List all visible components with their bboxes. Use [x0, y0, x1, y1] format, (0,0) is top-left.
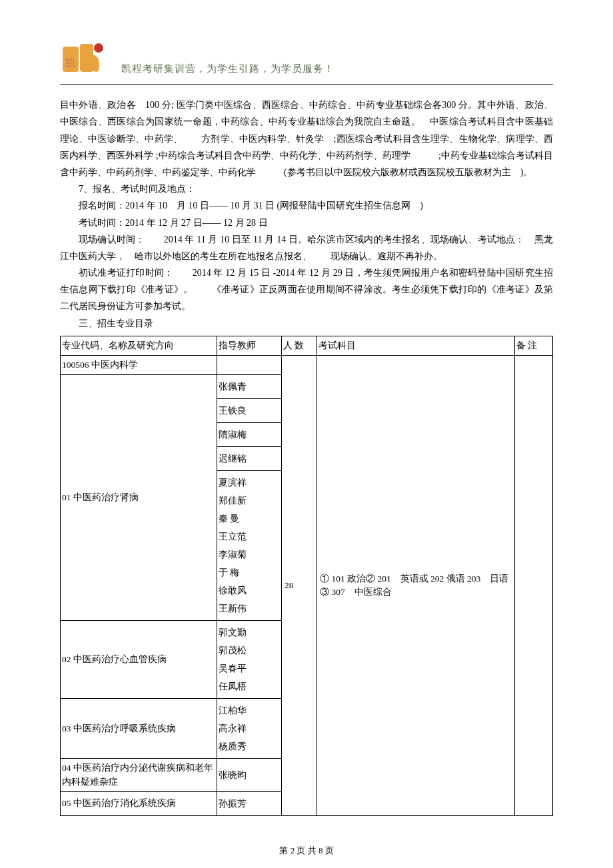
teacher-cell: 隋淑梅 — [217, 423, 282, 447]
dir01-cell: 01 中医药治疗肾病 — [61, 375, 217, 621]
paragraph-5: 现场确认时间： 2014 年 11 月 10 日至 11 月 14 日。哈尔滨市… — [60, 231, 553, 264]
teacher-cell: 江柏华 高永祥 杨质秀 — [217, 699, 282, 759]
dir03-cell: 03 中医药治疗呼吸系统疾病 — [61, 699, 217, 759]
paragraph-7: 三、招生专业目录 — [60, 315, 553, 332]
subject-cell: ① 101 政治② 201 英语或 202 俄语 203 日语③ 307 中医综… — [317, 356, 515, 816]
col-major: 专业代码、名称及研究方向 — [61, 336, 217, 355]
slogan: 凯程考研集训营，为学生引路，为学员服务！ — [121, 60, 334, 81]
col-subject: 考试科目 — [317, 336, 515, 355]
dir04-cell: 04 中医药治疗内分泌代谢疾病和老年内科疑难杂症 — [61, 759, 217, 792]
note-cell — [515, 356, 553, 816]
paragraph-4: 考试时间：2014 年 12 月 27 日—— 12 月 28 日 — [60, 215, 553, 231]
header: 凯 凯程考研集训营，为学生引路，为学员服务！ — [60, 40, 553, 85]
teacher-cell: 郭文勤 郭茂松 吴春平 任凤梧 — [217, 621, 282, 699]
col-count: 人 数 — [282, 336, 317, 355]
logo: 凯 — [60, 40, 108, 81]
col-teacher: 指导教师 — [217, 336, 282, 355]
teacher-cell — [217, 356, 282, 375]
table-row: 100506 中医内科学 28 ① 101 政治② 201 英语或 202 俄语… — [61, 356, 553, 375]
teacher-cell: 孙振芳 — [217, 791, 282, 815]
page-number: 第 2 页 共 8 页 — [279, 845, 333, 855]
program-table: 专业代码、名称及研究方向 指导教师 人 数 考试科目 备 注 100506 中医… — [60, 336, 553, 816]
teacher-cell: 张晓昀 — [217, 759, 282, 792]
teacher-cell: 夏滨祥 郑佳新 秦 曼 王立范 李淑菊 于 梅 徐敢风 王新伟 — [217, 471, 282, 621]
dir05-cell: 05 中医药治疗消化系统疾病 — [61, 791, 217, 815]
svg-rect-2 — [80, 44, 93, 72]
footer: 第 2 页 共 8 页 — [60, 843, 553, 858]
svg-point-3 — [94, 43, 103, 53]
teacher-cell: 迟继铭 — [217, 447, 282, 471]
teacher-cell: 张佩青 — [217, 375, 282, 399]
dir02-cell: 02 中医药治疗心血管疾病 — [61, 621, 217, 699]
paragraph-6: 初试准考证打印时间： 2014 年 12 月 15 日 -2014 年 12 月… — [60, 264, 553, 315]
teacher-cell: 王铁良 — [217, 399, 282, 423]
col-note: 备 注 — [515, 336, 553, 355]
paragraph-2: 7、报名、考试时间及地点： — [60, 181, 553, 197]
paragraph-1: 目中外语、政治各 100 分; 医学门类中医综合、西医综合、中药综合、中药专业基… — [60, 97, 553, 181]
table-header-row: 专业代码、名称及研究方向 指导教师 人 数 考试科目 备 注 — [61, 336, 553, 355]
major-cell: 100506 中医内科学 — [61, 356, 217, 375]
svg-text:凯: 凯 — [65, 57, 76, 69]
count-cell: 28 — [282, 356, 317, 816]
content: 目中外语、政治各 100 分; 医学门类中医综合、西医综合、中药综合、中药专业基… — [60, 97, 553, 332]
paragraph-3: 报名时间：2014 年 10 月 10 日—— 10 月 31 日 (网报登陆中… — [60, 197, 553, 214]
